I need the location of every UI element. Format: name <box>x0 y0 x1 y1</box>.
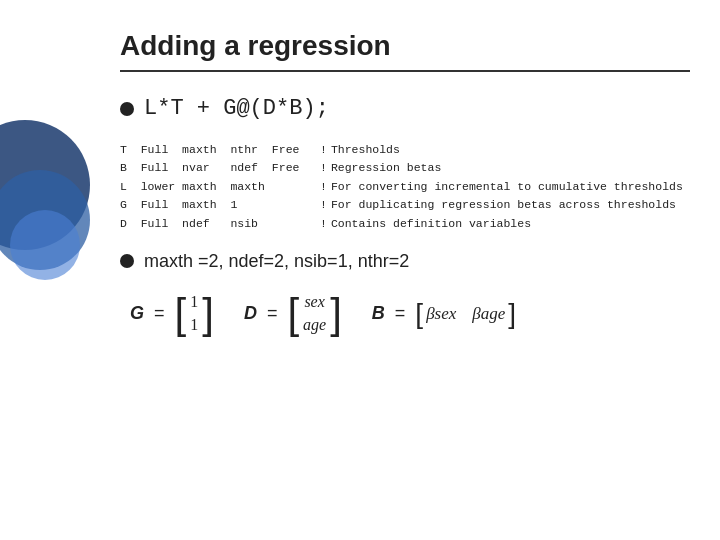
g-cell-1: 1 <box>190 292 198 313</box>
table-cell-desc-3: For duplicating regression betas across … <box>331 196 687 214</box>
table-cell-key-1: B Full nvar ndef Free <box>120 159 320 177</box>
g-matrix-content: 1 1 <box>190 292 198 336</box>
d-cell-2: age <box>303 315 326 336</box>
table-cell-key-2: L lower maxth maxth <box>120 178 320 196</box>
table-cell-excl-4: ! <box>320 215 331 233</box>
d-expression: D = [ sex age ] <box>244 292 342 336</box>
d-equals: = <box>267 303 278 324</box>
b-matrix-content: βsex βage <box>426 303 505 325</box>
code-text-1: L*T + G@(D*B); <box>144 96 329 121</box>
math-section: G = [ 1 1 ] D = [ sex <box>130 292 690 336</box>
g-bracket-left: [ <box>175 293 187 335</box>
table-cell-desc-4: Contains definition variables <box>331 215 687 233</box>
slide-title: Adding a regression <box>120 30 391 61</box>
table-cell-desc-2: For converting incremental to cumulative… <box>331 178 687 196</box>
table-row-1: B Full nvar ndef Free!Regression betas <box>120 159 687 177</box>
d-cell-1: sex <box>304 292 324 313</box>
d-matrix-content: sex age <box>303 292 326 336</box>
table-cell-key-0: T Full maxth nthr Free <box>120 141 320 159</box>
slide: Adding a regression L*T + G@(D*B); T Ful… <box>0 0 720 540</box>
d-bracket-left: [ <box>287 293 299 335</box>
title-section: Adding a regression <box>120 30 690 72</box>
d-label: D <box>244 303 257 324</box>
table-row-4: D Full ndef nsib!Contains definition var… <box>120 215 687 233</box>
b-cell-1: βsex <box>426 303 456 325</box>
b-cell-2: βage <box>472 303 505 325</box>
table-row-0: T Full maxth nthr Free!Thresholds <box>120 141 687 159</box>
b-matrix: [ βsex βage ] <box>415 300 516 328</box>
code-table: T Full maxth nthr Free!ThresholdsB Full … <box>120 141 690 233</box>
code-line-1: L*T + G@(D*B); <box>120 96 690 121</box>
table-row-3: G Full maxth 1!For duplicating regressio… <box>120 196 687 214</box>
d-matrix: [ sex age ] <box>287 292 341 336</box>
bullet-1 <box>120 102 134 116</box>
g-cell-2: 1 <box>190 315 198 336</box>
table-cell-key-4: D Full ndef nsib <box>120 215 320 233</box>
table-cell-desc-1: Regression betas <box>331 159 687 177</box>
g-label: G <box>130 303 144 324</box>
maxth-text: maxth =2, ndef=2, nsib=1, nthr=2 <box>144 251 409 272</box>
b-expression: B = [ βsex βage ] <box>372 300 516 328</box>
circle-small <box>10 210 80 280</box>
table-cell-excl-0: ! <box>320 141 331 159</box>
maxth-line: maxth =2, ndef=2, nsib=1, nthr=2 <box>120 251 690 272</box>
b-bracket-left: [ <box>415 300 423 328</box>
b-bracket-right: ] <box>508 300 516 328</box>
g-matrix: [ 1 1 ] <box>175 292 214 336</box>
table-cell-excl-3: ! <box>320 196 331 214</box>
table-cell-desc-0: Thresholds <box>331 141 687 159</box>
table-cell-excl-2: ! <box>320 178 331 196</box>
variable-table: T Full maxth nthr Free!ThresholdsB Full … <box>120 141 687 233</box>
g-expression: G = [ 1 1 ] <box>130 292 214 336</box>
g-equals: = <box>154 303 165 324</box>
table-cell-excl-1: ! <box>320 159 331 177</box>
b-equals: = <box>395 303 406 324</box>
decorative-circles <box>0 0 100 540</box>
table-cell-key-3: G Full maxth 1 <box>120 196 320 214</box>
d-bracket-right: ] <box>330 293 342 335</box>
table-row-2: L lower maxth maxth!For converting incre… <box>120 178 687 196</box>
b-label: B <box>372 303 385 324</box>
g-bracket-right: ] <box>202 293 214 335</box>
bullet-2 <box>120 254 134 268</box>
slide-content: Adding a regression L*T + G@(D*B); T Ful… <box>100 0 720 540</box>
